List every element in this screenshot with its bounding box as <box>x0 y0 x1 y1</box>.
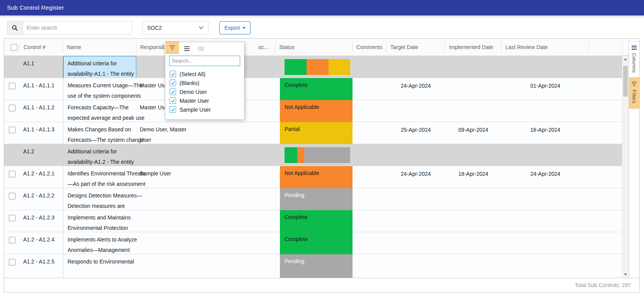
name-cell[interactable]: Responds to Environmental <box>63 254 136 278</box>
responsibility-cell[interactable] <box>136 254 182 278</box>
control-number-cell[interactable]: A1.1 - A1.1.2 <box>20 100 63 123</box>
column-header-target-date[interactable]: Target Date <box>386 39 445 56</box>
status-cell[interactable]: Pending <box>275 188 353 211</box>
last-review-date-cell[interactable] <box>502 210 589 233</box>
status-cell[interactable]: Partial <box>275 122 353 145</box>
control-number-cell[interactable]: A1.1 - A1.1.3 <box>20 122 63 145</box>
name-cell[interactable]: Makes Changes Based onForecasts—The syst… <box>63 122 136 145</box>
filter-option-checkbox[interactable] <box>169 71 176 77</box>
last-review-date-cell[interactable] <box>502 254 589 278</box>
control-number-cell[interactable]: A1.2 - A1.2.1 <box>20 166 63 189</box>
filter-option[interactable]: (Blanks) <box>165 78 244 87</box>
table-row[interactable]: A1.2 - A1.2.4Implements Alerts to Analyz… <box>4 232 622 254</box>
responsibility-cell[interactable] <box>136 232 182 255</box>
status-cell[interactable] <box>275 56 353 79</box>
scroll-up-arrow[interactable] <box>622 56 629 62</box>
control-number-cell[interactable]: A1.1 <box>20 56 63 79</box>
target-date-cell[interactable] <box>386 254 445 278</box>
responsibility-cell[interactable] <box>136 210 182 233</box>
scrollbar-thumb[interactable] <box>623 66 628 97</box>
description-cell[interactable] <box>182 254 275 278</box>
tab-filters[interactable]: Filters <box>629 77 639 108</box>
last-review-date-cell[interactable] <box>502 188 589 211</box>
implemented-date-cell[interactable] <box>445 254 502 278</box>
description-cell[interactable] <box>182 122 275 145</box>
comments-cell[interactable] <box>353 122 386 145</box>
last-review-date-cell[interactable]: 16-Apr-2024 <box>502 122 589 145</box>
row-checkbox[interactable] <box>9 127 15 133</box>
status-cell[interactable]: Complete <box>275 210 353 233</box>
status-cell[interactable]: Pending <box>275 254 353 278</box>
control-number-cell[interactable]: A1.2 <box>20 144 63 167</box>
comments-cell[interactable] <box>353 254 386 278</box>
framework-select[interactable]: SOC2 <box>142 21 208 35</box>
target-date-cell[interactable] <box>386 144 445 167</box>
row-select-cell[interactable] <box>4 232 20 255</box>
column-chooser-button[interactable] <box>195 42 207 55</box>
row-select-cell[interactable] <box>4 188 20 211</box>
last-review-date-cell[interactable]: 24-Apr-2024 <box>502 166 589 189</box>
responsibility-cell[interactable] <box>136 188 182 211</box>
responsibility-cell[interactable]: Demo User, MasterUser <box>136 122 182 145</box>
export-button[interactable]: Export <box>219 21 251 34</box>
name-cell[interactable]: Identifies Environmental Threats—As part… <box>63 166 136 189</box>
target-date-cell[interactable] <box>386 56 445 79</box>
filter-option[interactable]: Sample User <box>165 105 244 114</box>
comments-cell[interactable] <box>353 166 386 189</box>
scroll-down-arrow[interactable] <box>622 272 629 277</box>
row-select-cell[interactable] <box>4 78 20 101</box>
control-number-cell[interactable]: A1.2 - A1.2.2 <box>20 188 63 211</box>
row-checkbox[interactable] <box>9 171 15 177</box>
column-header-implemented-date[interactable]: Implemented Date <box>445 39 502 56</box>
row-select-cell[interactable] <box>4 254 20 278</box>
sort-menu-button[interactable] <box>180 42 193 55</box>
row-checkbox[interactable] <box>9 259 15 265</box>
column-header-control[interactable]: Control # <box>20 39 63 56</box>
scrollbar-track[interactable] <box>622 56 629 278</box>
table-row[interactable]: A1.2 - A1.2.3Implements and MaintainsEnv… <box>4 210 622 232</box>
select-all-checkbox[interactable] <box>11 44 17 51</box>
implemented-date-cell[interactable] <box>445 78 502 101</box>
row-checkbox[interactable] <box>9 237 15 243</box>
row-select-cell[interactable] <box>4 210 20 233</box>
description-cell[interactable] <box>182 166 275 189</box>
description-cell[interactable] <box>182 232 275 255</box>
last-review-date-cell[interactable] <box>502 100 589 123</box>
comments-cell[interactable] <box>353 210 386 233</box>
name-cell[interactable]: Measures Current Usage—Theuse of the sys… <box>63 78 136 101</box>
column-header-comments[interactable]: Comments <box>353 39 386 56</box>
table-row[interactable]: A1.1 - A1.1.3Makes Changes Based onForec… <box>4 122 622 144</box>
status-cell[interactable]: Not Applicable <box>275 100 353 123</box>
search-input[interactable] <box>22 21 132 35</box>
status-cell[interactable]: Not Applicable <box>275 166 353 189</box>
implemented-date-cell[interactable] <box>445 100 502 123</box>
comments-cell[interactable] <box>353 188 386 211</box>
filter-search-input[interactable] <box>169 56 240 66</box>
row-checkbox[interactable] <box>9 105 15 111</box>
control-number-cell[interactable]: A1.2 - A1.2.3 <box>20 210 63 233</box>
target-date-cell[interactable]: 24-Apr-2024 <box>386 78 445 101</box>
header-filter-button[interactable] <box>166 41 179 54</box>
responsibility-cell[interactable]: Sample User <box>136 166 182 189</box>
name-cell[interactable]: Implements and MaintainsEnvironmental Pr… <box>63 210 136 233</box>
filter-option-checkbox[interactable] <box>169 80 176 86</box>
target-date-cell[interactable] <box>386 232 445 255</box>
group-row[interactable]: A1.1Additional criteria foravailability-… <box>4 56 622 78</box>
implemented-date-cell[interactable] <box>445 144 502 167</box>
target-date-cell[interactable]: 24-Apr-2024 <box>386 166 445 189</box>
column-header-status[interactable]: Status <box>275 39 353 56</box>
control-number-cell[interactable]: A1.2 - A1.2.5 <box>20 254 63 278</box>
filter-option[interactable]: (Select All) <box>165 70 244 78</box>
name-cell[interactable]: Additional criteria foravailability-A1.2… <box>63 144 136 167</box>
implemented-date-cell[interactable] <box>445 232 502 255</box>
filter-option[interactable]: Demo User <box>165 87 244 96</box>
filter-option-checkbox[interactable] <box>169 106 176 113</box>
name-cell[interactable]: Forecasts Capacity—Theexpected average a… <box>63 100 136 123</box>
control-number-cell[interactable]: A1.2 - A1.2.4 <box>20 232 63 255</box>
tab-columns[interactable]: Columns <box>629 41 639 78</box>
target-date-cell[interactable] <box>386 188 445 211</box>
status-cell[interactable]: Complete <box>275 232 353 255</box>
status-cell[interactable] <box>275 144 353 167</box>
column-header-last-review-date[interactable]: Last Review Date <box>502 39 589 56</box>
implemented-date-cell[interactable] <box>445 210 502 233</box>
